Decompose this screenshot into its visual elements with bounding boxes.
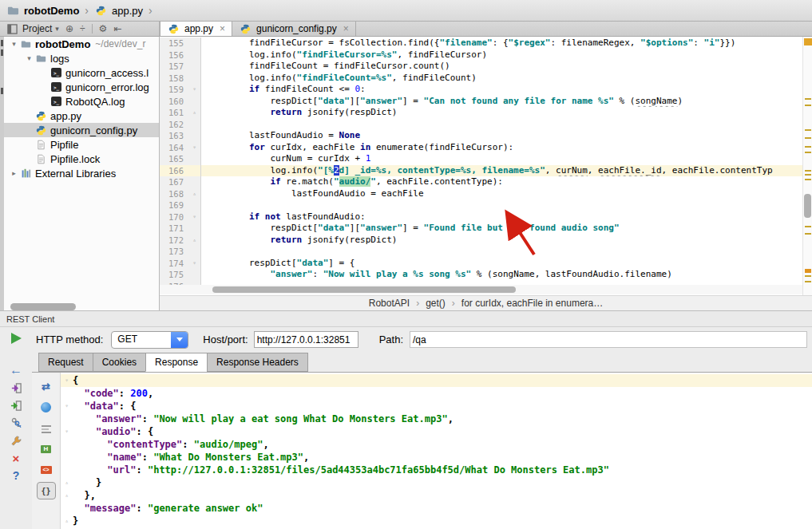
- code-line-167[interactable]: 167 if re.match("audio/", eachFile.conte…: [160, 176, 812, 188]
- tab-response-headers[interactable]: Response Headers: [207, 353, 308, 372]
- code-line-171[interactable]: 171 respDict["data"]["answer"] = "Found …: [160, 223, 812, 235]
- code-line-173[interactable]: 173: [160, 246, 812, 258]
- response-line-2[interactable]: "code": 200,: [61, 387, 812, 400]
- project-horizontal-scrollbar[interactable]: [10, 303, 76, 310]
- combo-dropdown-button[interactable]: [171, 332, 188, 348]
- inspection-status-square[interactable]: [804, 38, 812, 45]
- stripe-mark[interactable]: [805, 275, 811, 277]
- fold-marker-icon[interactable]: ▵: [188, 107, 201, 119]
- fold-marker-icon[interactable]: ▿: [188, 142, 201, 154]
- view-as-html-button[interactable]: H: [39, 443, 53, 455]
- code-line-164[interactable]: 164▿ for curIdx, eachFile in enumerate(f…: [160, 142, 812, 154]
- code-line-168[interactable]: 168▵ lastFoundAudio = eachFile: [160, 188, 812, 200]
- view-as-json-button[interactable]: {}: [37, 482, 56, 499]
- breadcrumb-block[interactable]: for curIdx, eachFile in enumera…: [461, 298, 603, 309]
- locate-icon[interactable]: ⊕: [65, 23, 73, 34]
- tree-item-pipfile-lock[interactable]: Pipfile.lock: [4, 152, 159, 166]
- tree-item-pipfile[interactable]: Pipfile: [4, 137, 159, 152]
- chevron-down-icon[interactable]: ▾: [55, 25, 59, 33]
- run-request-button[interactable]: [8, 332, 24, 345]
- tree-expand-icon[interactable]: ▾: [24, 54, 34, 62]
- response-line-9[interactable]: ▵ }: [61, 476, 812, 489]
- fold-marker-icon[interactable]: ▿: [61, 400, 73, 413]
- gear-icon[interactable]: ⚙: [99, 23, 108, 34]
- stripe-mark[interactable]: [805, 174, 811, 176]
- stripe-mark[interactable]: [805, 98, 811, 100]
- tab-request[interactable]: Request: [38, 353, 93, 372]
- fold-marker-icon[interactable]: ▵: [61, 476, 73, 489]
- settings-button[interactable]: [8, 434, 24, 447]
- fold-marker-icon[interactable]: ▵: [188, 188, 201, 200]
- stripe-mark[interactable]: [805, 137, 811, 139]
- response-line-4[interactable]: "answer": "Now will play a eat song What…: [61, 413, 812, 425]
- stripe-mark[interactable]: [805, 179, 811, 180]
- code-line-170[interactable]: 170▿ if not lastFoundAudio:: [160, 211, 812, 223]
- response-line-3[interactable]: ▿ "data": {: [61, 400, 812, 413]
- response-line-11[interactable]: "message": "generate answer ok": [61, 502, 812, 515]
- editor-vertical-scrollbar[interactable]: [804, 194, 811, 218]
- stripe-mark[interactable]: [805, 105, 811, 106]
- collapse-all-icon[interactable]: ÷: [80, 23, 85, 34]
- response-json[interactable]: ▿{ "code": 200,▿ "data": { "answer": "No…: [61, 373, 812, 529]
- back-button[interactable]: ←: [8, 364, 24, 377]
- code-line-174[interactable]: 174▿ respDict["data"] = {: [160, 258, 812, 270]
- stripe-mark[interactable]: [805, 233, 811, 235]
- close-panel-button[interactable]: ×: [8, 452, 24, 464]
- code-line-166[interactable]: 166 log.info("[%2d] _id=%s, contentType=…: [160, 165, 812, 177]
- close-tab-icon[interactable]: ×: [220, 23, 225, 34]
- fold-marker-icon[interactable]: ▵: [188, 235, 201, 247]
- response-line-6[interactable]: "contentType": "audio/mpeg",: [61, 438, 812, 451]
- close-tab-icon[interactable]: ×: [343, 23, 349, 34]
- tree-item-gunicorn-config-py[interactable]: gunicorn_config.py: [4, 123, 159, 137]
- fold-marker-icon[interactable]: ▵: [61, 489, 73, 502]
- code-line-160[interactable]: 160 respDict["data"]["answer"] = "Can no…: [160, 96, 812, 108]
- fold-marker-icon[interactable]: ▿: [61, 425, 73, 438]
- host-input[interactable]: http://127.0.0.1:32851: [254, 331, 358, 348]
- path-input[interactable]: /qa: [410, 331, 807, 348]
- stripe-mark[interactable]: [805, 129, 811, 131]
- breadcrumb-file[interactable]: app.py: [94, 5, 143, 17]
- import-request-button[interactable]: [8, 399, 24, 412]
- tree-collapse-icon[interactable]: ▸: [9, 169, 19, 177]
- fold-marker-icon[interactable]: ▿: [188, 84, 201, 96]
- response-line-1[interactable]: ▿{: [61, 374, 812, 387]
- stripe-mark[interactable]: [805, 269, 811, 273]
- tree-item-logs[interactable]: ▾logs: [4, 51, 159, 65]
- fold-marker-icon[interactable]: ▵: [61, 515, 73, 527]
- credentials-button[interactable]: [8, 416, 24, 429]
- scrollbar-thumb[interactable]: [212, 286, 516, 293]
- stripe-mark[interactable]: [805, 226, 811, 227]
- code-line-163[interactable]: 163 lastFoundAudio = None: [160, 130, 812, 142]
- tab-cookies[interactable]: Cookies: [93, 353, 145, 372]
- stripe-mark[interactable]: [805, 170, 811, 172]
- response-line-5[interactable]: ▿ "audio": {: [61, 425, 812, 438]
- view-as-xml-button[interactable]: <>: [39, 464, 53, 476]
- rest-client-header[interactable]: REST Client: [0, 311, 812, 327]
- stripe-mark[interactable]: [805, 281, 811, 282]
- code-line-169[interactable]: 169: [160, 199, 812, 211]
- fold-marker-icon[interactable]: ▿: [188, 258, 201, 270]
- open-in-browser-button[interactable]: [39, 401, 53, 413]
- error-stripe[interactable]: [802, 37, 812, 295]
- tree-item-external-libraries[interactable]: ▸External Libraries: [4, 166, 159, 180]
- code-line-162[interactable]: 162: [160, 119, 812, 131]
- http-method-select[interactable]: GET: [111, 331, 188, 349]
- tree-item-gunicorn-error-log[interactable]: >_gunicorn_error.log: [4, 80, 159, 94]
- help-button[interactable]: ?: [8, 469, 24, 482]
- response-line-8[interactable]: "url": "http://127.0.0.1:32851/files/5ad…: [61, 464, 812, 476]
- export-request-button[interactable]: [8, 381, 24, 394]
- code-line-158[interactable]: 158 log.info("findFileCount=%s", findFil…: [160, 73, 812, 85]
- response-line-12[interactable]: ▵}: [61, 515, 812, 527]
- code-line-157[interactable]: 157 findFileCount = findFileCursor.count…: [160, 61, 812, 73]
- tab-app-py[interactable]: app.py ×: [160, 22, 232, 36]
- reformat-button[interactable]: ⇄: [39, 381, 53, 393]
- tree-item-app-py[interactable]: app.py: [4, 109, 159, 123]
- project-header-title[interactable]: Project: [22, 23, 52, 34]
- code-line-161[interactable]: 161▵ return jsonify(respDict): [160, 107, 812, 119]
- fold-marker-icon[interactable]: ▿: [61, 374, 73, 387]
- tab-gunicorn-config-py[interactable]: gunicorn_config.py ×: [232, 22, 356, 36]
- code-line-156[interactable]: 156 log.info("findFileCursor=%s", findFi…: [160, 49, 812, 61]
- hide-panel-icon[interactable]: ⇤: [113, 23, 121, 34]
- tab-response[interactable]: Response: [145, 353, 207, 372]
- code-line-175[interactable]: 175 "answer": "Now will play a %s song %…: [160, 269, 812, 281]
